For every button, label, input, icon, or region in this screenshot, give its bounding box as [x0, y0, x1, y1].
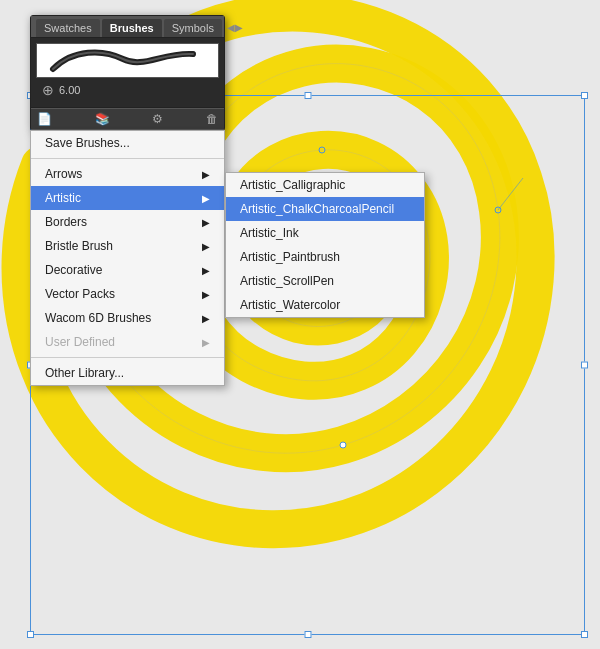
decorative-arrow-icon: ▶ [202, 265, 210, 276]
menu-bristle-brush[interactable]: Bristle Brush ▶ [31, 234, 224, 258]
wacom-6d-label: Wacom 6D Brushes [45, 311, 151, 325]
wacom-6d-arrow-icon: ▶ [202, 313, 210, 324]
paintbrush-label: Artistic_Paintbrush [240, 250, 340, 264]
panel-tabs: Swatches Brushes Symbols ◀▶ [31, 16, 224, 38]
brush-stroke-preview [36, 43, 219, 78]
watercolor-label: Artistic_Watercolor [240, 298, 340, 312]
menu-save-brushes[interactable]: Save Brushes... [31, 131, 224, 155]
borders-arrow-icon: ▶ [202, 217, 210, 228]
calligraphic-label: Artistic_Calligraphic [240, 178, 345, 192]
submenu-calligraphic[interactable]: Artistic_Calligraphic [226, 173, 424, 197]
brushes-panel: Swatches Brushes Symbols ◀▶ ⊕ 6.00 📄 📚 ⚙… [30, 15, 225, 131]
new-brush-button[interactable]: 📄 [37, 112, 52, 126]
submenu-chalk-charcoal[interactable]: Artistic_ChalkCharcoalPencil [226, 197, 424, 221]
menu-vector-packs[interactable]: Vector Packs ▶ [31, 282, 224, 306]
menu-divider-1 [31, 158, 224, 159]
ink-label: Artistic_Ink [240, 226, 299, 240]
brush-preview-area: ⊕ 6.00 [31, 38, 224, 108]
save-brushes-label: Save Brushes... [45, 136, 130, 150]
menu-user-defined: User Defined ▶ [31, 330, 224, 354]
artistic-submenu: Artistic_Calligraphic Artistic_ChalkChar… [225, 172, 425, 318]
brush-size-icon: ⊕ [42, 82, 54, 98]
other-library-label: Other Library... [45, 366, 124, 380]
delete-brush-button[interactable]: 🗑 [206, 112, 218, 126]
scrollpen-label: Artistic_ScrollPen [240, 274, 334, 288]
brush-options-toolbar: 📄 📚 ⚙ 🗑 [31, 108, 224, 130]
tab-swatches[interactable]: Swatches [36, 19, 100, 37]
menu-artistic[interactable]: Artistic ▶ [31, 186, 224, 210]
submenu-paintbrush[interactable]: Artistic_Paintbrush [226, 245, 424, 269]
arrows-arrow-icon: ▶ [202, 169, 210, 180]
brush-size-value: 6.00 [59, 84, 80, 96]
tab-symbols[interactable]: Symbols [164, 19, 222, 37]
tab-brushes[interactable]: Brushes [102, 19, 162, 37]
arrows-label: Arrows [45, 167, 82, 181]
panel-options-icon[interactable]: ◀▶ [224, 19, 246, 37]
borders-label: Borders [45, 215, 87, 229]
bristle-brush-label: Bristle Brush [45, 239, 113, 253]
menu-divider-2 [31, 357, 224, 358]
decorative-label: Decorative [45, 263, 102, 277]
vector-packs-label: Vector Packs [45, 287, 115, 301]
artistic-arrow-icon: ▶ [202, 193, 210, 204]
context-menu: Save Brushes... Arrows ▶ Artistic ▶ Bord… [30, 130, 225, 386]
vector-packs-arrow-icon: ▶ [202, 289, 210, 300]
menu-other-library[interactable]: Other Library... [31, 361, 224, 385]
submenu-watercolor[interactable]: Artistic_Watercolor [226, 293, 424, 317]
chalk-charcoal-label: Artistic_ChalkCharcoalPencil [240, 202, 394, 216]
menu-borders[interactable]: Borders ▶ [31, 210, 224, 234]
brush-size-row: ⊕ 6.00 [36, 78, 219, 102]
menu-arrows[interactable]: Arrows ▶ [31, 162, 224, 186]
menu-decorative[interactable]: Decorative ▶ [31, 258, 224, 282]
user-defined-arrow-icon: ▶ [202, 337, 210, 348]
submenu-ink[interactable]: Artistic_Ink [226, 221, 424, 245]
bristle-brush-arrow-icon: ▶ [202, 241, 210, 252]
menu-wacom-6d[interactable]: Wacom 6D Brushes ▶ [31, 306, 224, 330]
submenu-scrollpen[interactable]: Artistic_ScrollPen [226, 269, 424, 293]
artistic-label: Artistic [45, 191, 81, 205]
brush-stroke-svg [43, 44, 213, 77]
brush-options-button[interactable]: ⚙ [152, 112, 163, 126]
user-defined-label: User Defined [45, 335, 115, 349]
brush-libraries-button[interactable]: 📚 [95, 112, 110, 126]
svg-point-6 [340, 442, 346, 448]
